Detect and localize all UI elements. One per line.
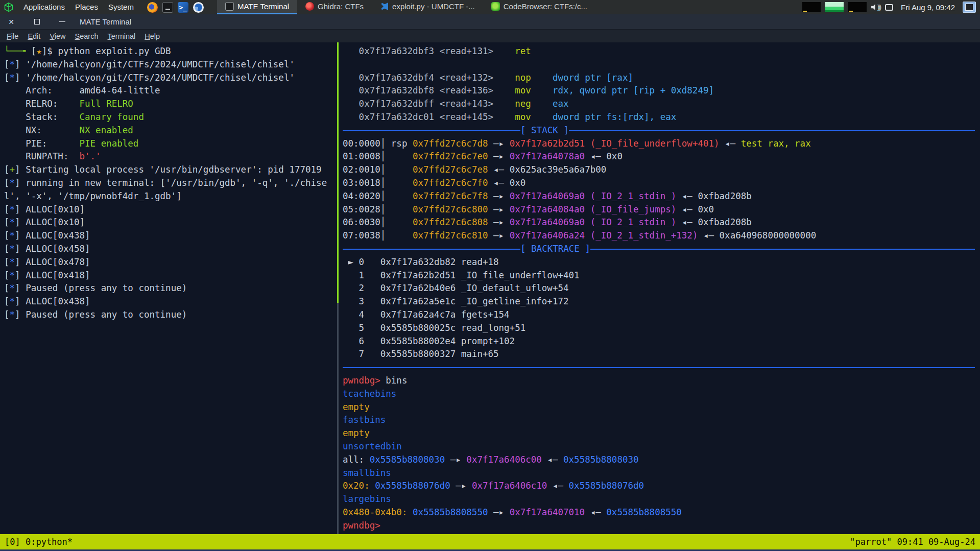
terminal-line: 0x7f17a632dbff <read+143> neg eax (343, 98, 980, 111)
terminal-line: 6 0x5585b88002e4 prompt+102 (343, 335, 980, 348)
terminal-line: [*] ALLOC[0x458] (4, 243, 337, 256)
terminal-line: [*] Paused (press any to continue) (4, 282, 337, 295)
terminal-line: PIE: PIE enabled (4, 137, 337, 151)
anonsurf-icon[interactable] (193, 2, 204, 13)
terminal-line: [*] ALLOC[0x438] (4, 229, 337, 243)
terminal-line: 5 0x5585b880025c read_long+51 (343, 322, 980, 335)
menu-applications[interactable]: Applications (18, 0, 70, 14)
section-separator (343, 361, 980, 374)
terminal-line: [*] ALLOC[0x10] (4, 216, 337, 229)
terminal-line: 0x7f17a632dbf4 <read+132> nop dword ptr … (343, 71, 980, 85)
launcher-icons: >_ (147, 2, 204, 13)
terminal-line: 0x480-0x4b0: 0x5585b8808550 —▸ 0x7f17a64… (343, 506, 980, 519)
terminal-line: Arch: amd64-64-little (4, 84, 337, 98)
menu-search[interactable]: Search (70, 31, 103, 41)
terminal-window-icon (225, 2, 234, 11)
memory-monitor-applet[interactable] (825, 2, 844, 12)
maximize-button[interactable] (26, 14, 48, 29)
firefox-icon[interactable] (147, 2, 158, 13)
terminal-line: [*] ALLOC[0x478] (4, 256, 337, 269)
terminal-line: 06:0030│ 0x7ffd27c6c808 —▸ 0x7f17a64069a… (343, 216, 980, 229)
terminal-menubar: File Edit View Search Terminal Help (0, 30, 980, 42)
terminal-line: ► 0 0x7f17a632db82 read+18 (343, 256, 980, 269)
cpu-monitor-applet[interactable] (802, 2, 821, 12)
terminal-line: └──╼ [★]$ python exploit.py GDB (4, 45, 337, 58)
close-button[interactable]: ✕ (0, 14, 22, 29)
window-list: MATE Terminal Ghidra: CTFs exploit.py - … (217, 0, 595, 14)
terminal-line: [*] ALLOC[0x418] (4, 269, 337, 282)
ghidra-icon (305, 2, 314, 11)
terminal-line: smallbins (343, 467, 980, 480)
terminal-line: unsortedbin (343, 440, 980, 453)
display-icon[interactable] (885, 4, 893, 11)
terminal-line: all: 0x5585b8808030 —▸ 0x7f17a6406c00 ◂—… (343, 453, 980, 467)
terminal-line: largebins (343, 493, 980, 506)
terminal-line: [*] running in new terminal: ['/usr/bin/… (4, 177, 337, 190)
terminal-line: fastbins (343, 414, 980, 427)
system-tray: ))) Fri Aug 9, 09:42 (802, 0, 980, 14)
section-separator: [ BACKTRACE ] (343, 243, 980, 256)
vscode-icon (380, 2, 389, 11)
terminal-line: empty (343, 427, 980, 440)
menu-places[interactable]: Places (70, 0, 103, 14)
tmux-pane-exploit[interactable]: └──╼ [★]$ python exploit.py GDB[*] '/hom… (0, 42, 337, 534)
terminal-line: Stack: Canary found (4, 111, 337, 124)
taskbar-mate-terminal[interactable]: MATE Terminal (217, 0, 297, 14)
window-title: MATE Terminal (80, 17, 131, 26)
taskbar-ghidra[interactable]: Ghidra: CTFs (297, 0, 372, 14)
terminal-launcher-icon[interactable] (162, 2, 173, 13)
terminal-line: 02:0010│ 0x7ffd27c6c7e8 ◂— 0x625ac39e5a6… (343, 163, 980, 177)
tmux-host-clock: "parrot" 09:41 09-Aug-24 (850, 537, 975, 547)
terminal-line: 0x7f17a632dbf3 <read+131> ret (343, 45, 980, 58)
terminal-line: 07:0038│ 0x7ffd27c6c810 —▸ 0x7f17a6406a2… (343, 229, 980, 243)
terminal-line: 0x7f17a632dbf8 <read+136> mov rdx, qword… (343, 84, 980, 98)
parrot-menu-icon[interactable] (4, 2, 14, 12)
terminal-line: l', '-x', '/tmp/pwnobf4dr_1.gdb'] (4, 190, 337, 203)
terminal-line: empty (343, 401, 980, 414)
terminal-line: 04:0020│ 0x7ffd27c6c7f8 —▸ 0x7f17a64069a… (343, 190, 980, 203)
terminal-line: 05:0028│ 0x7ffd27c6c800 —▸ 0x7f17a64084a… (343, 203, 980, 217)
menu-edit[interactable]: Edit (23, 31, 45, 41)
terminal-line: 03:0018│ 0x7ffd27c6c7f0 ◂— 0x0 (343, 177, 980, 190)
clock[interactable]: Fri Aug 9, 09:42 (898, 3, 958, 12)
console-launcher-icon[interactable]: >_ (178, 2, 188, 13)
terminal-line: [*] '/home/halcyon/git/CTFs/2024/UMDCTF/… (4, 71, 337, 85)
terminal-line: [*] '/home/halcyon/git/CTFs/2024/UMDCTF/… (4, 58, 337, 71)
taskbar-vscode[interactable]: exploit.py - UMDCTF -... (372, 0, 483, 14)
codebrowser-dragon-icon (491, 2, 500, 11)
terminal-content: └──╼ [★]$ python exploit.py GDB[*] '/hom… (0, 42, 980, 534)
terminal-line: 0x7f17a632dc01 <read+145> mov dword ptr … (343, 111, 980, 124)
section-separator: [ STACK ] (343, 124, 980, 137)
terminal-line: RELRO: Full RELRO (4, 98, 337, 111)
terminal-line (343, 58, 980, 71)
terminal-line: 00:0000│ rsp 0x7ffd27c6c7d8 —▸ 0x7f17a62… (343, 137, 980, 151)
taskbar-codebrowser[interactable]: CodeBrowser: CTFs:/c... (483, 0, 595, 14)
tmux-session-windows[interactable]: [0] 0:python* (5, 537, 73, 547)
menu-file[interactable]: File (2, 31, 23, 41)
terminal-line: pwndbg> bins (343, 374, 980, 388)
menu-terminal[interactable]: Terminal (103, 31, 140, 41)
menu-help[interactable]: Help (140, 31, 164, 41)
terminal-line: RUNPATH: b'.' (4, 150, 337, 163)
window-titlebar: ✕ MATE Terminal (0, 14, 980, 30)
section-label: [ STACK ] (520, 124, 569, 137)
terminal-line: 2 0x7f17a62b40e6 _IO_default_uflow+54 (343, 282, 980, 295)
terminal-tray-icon[interactable] (963, 2, 976, 13)
section-label: [ BACKTRACE ] (520, 243, 590, 256)
terminal-line: [*] ALLOC[0x10] (4, 203, 337, 217)
terminal-line: NX: NX enabled (4, 124, 337, 137)
tmux-pane-gdb[interactable]: 0x7f17a632dbf3 <read+131> ret 0x7f17a632… (339, 42, 980, 534)
panel-left: Applications Places System >_ (0, 0, 204, 14)
terminal-line: 1 0x7f17a62b2d51 _IO_file_underflow+401 (343, 269, 980, 282)
terminal-line: 01:0008│ 0x7ffd27c6c7e0 —▸ 0x7f17a64078a… (343, 150, 980, 163)
terminal-line: 7 0x5585b8800327 main+65 (343, 348, 980, 361)
menu-view[interactable]: View (45, 31, 70, 41)
terminal-line: 4 0x7f17a62a4c7a fgets+154 (343, 308, 980, 322)
terminal-line: [+] Starting local process '/usr/bin/gdb… (4, 163, 337, 177)
net-monitor-applet[interactable] (848, 2, 867, 12)
minimize-button[interactable] (51, 14, 74, 29)
menu-system[interactable]: System (103, 0, 139, 14)
terminal-line: 0x20: 0x5585b88076d0 —▸ 0x7f17a6406c10 ◂… (343, 480, 980, 493)
volume-icon[interactable]: ))) (871, 4, 880, 11)
terminal-line: tcachebins (343, 388, 980, 401)
